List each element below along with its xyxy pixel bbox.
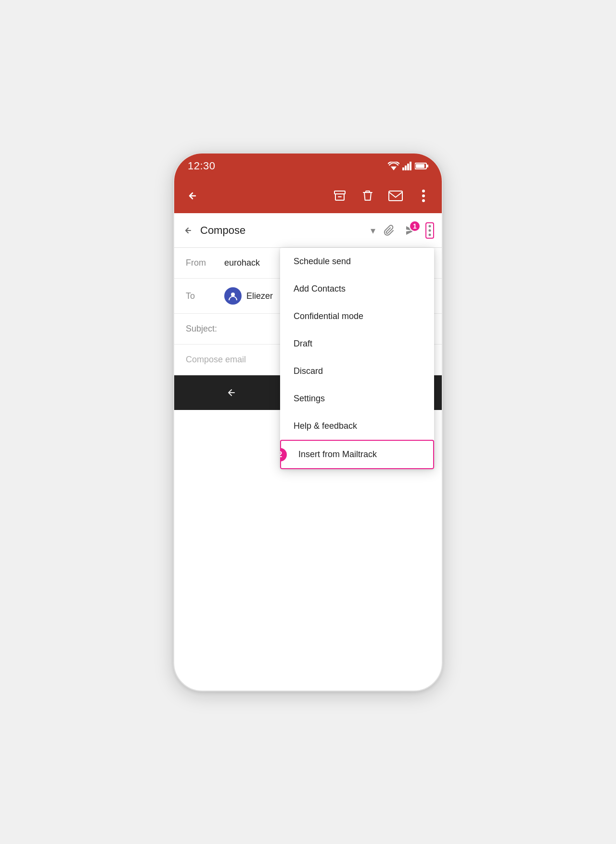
wifi-icon	[388, 162, 399, 170]
compose-dropdown-button[interactable]: ▾	[371, 225, 375, 236]
top-more-button[interactable]	[415, 187, 432, 205]
compose-email-placeholder: Compose email	[186, 355, 246, 365]
subject-label: Subject:	[186, 324, 224, 334]
compose-title: Compose	[200, 224, 369, 237]
menu-item-settings[interactable]: Settings	[280, 385, 434, 412]
more-options-button[interactable]	[425, 222, 434, 239]
compose-back-button[interactable]	[182, 224, 194, 237]
dropdown-menu: Schedule send Add Contacts Confidential …	[280, 248, 434, 469]
svg-point-11	[422, 194, 425, 197]
top-action-bar	[174, 179, 442, 213]
back-button[interactable]	[184, 187, 201, 205]
svg-point-12	[422, 199, 425, 202]
delete-button[interactable]	[359, 187, 376, 205]
menu-item-confidential-mode[interactable]: Confidential mode	[280, 303, 434, 330]
compose-header: Compose ▾ 1	[174, 213, 442, 248]
to-contact-name: Eliezer	[246, 291, 273, 301]
svg-point-14	[429, 229, 431, 231]
svg-rect-7	[427, 165, 428, 167]
menu-item-help-feedback[interactable]: Help & feedback	[280, 412, 434, 440]
from-value: eurohack	[224, 258, 260, 268]
menu-item-schedule-send[interactable]: Schedule send	[280, 248, 434, 275]
svg-point-15	[429, 233, 431, 236]
menu-item-discard[interactable]: Discard	[280, 358, 434, 385]
send-button[interactable]: 1	[404, 224, 417, 237]
contact-avatar	[224, 287, 242, 305]
svg-rect-6	[416, 164, 424, 168]
battery-icon	[415, 162, 428, 170]
svg-marker-0	[391, 166, 397, 170]
to-label: To	[186, 291, 224, 301]
attachment-button[interactable]	[383, 224, 396, 237]
menu-badge-2: 2	[280, 448, 287, 461]
svg-rect-3	[407, 164, 409, 170]
status-time: 12:30	[188, 160, 216, 172]
svg-rect-1	[402, 167, 404, 170]
nav-back-button[interactable]	[221, 382, 242, 403]
svg-point-13	[429, 225, 431, 227]
top-bar-left	[184, 187, 201, 205]
phone-frame: 12:30	[173, 153, 443, 691]
mail-button[interactable]	[387, 187, 404, 205]
menu-item-draft[interactable]: Draft	[280, 330, 434, 358]
svg-rect-4	[410, 162, 411, 170]
send-badge: 1	[409, 220, 421, 232]
signal-icon	[402, 162, 412, 170]
from-label: From	[186, 258, 224, 268]
svg-rect-2	[405, 166, 407, 170]
menu-item-insert-mailtrack[interactable]: 2 Insert from Mailtrack	[280, 440, 434, 469]
svg-point-16	[231, 293, 235, 296]
menu-item-add-contacts[interactable]: Add Contacts	[280, 275, 434, 303]
status-bar: 12:30	[174, 153, 442, 179]
compose-actions: 1	[383, 222, 434, 239]
top-bar-right	[331, 187, 432, 205]
archive-button[interactable]	[331, 187, 348, 205]
svg-rect-9	[389, 191, 402, 201]
svg-rect-8	[334, 191, 345, 194]
status-icons	[388, 162, 428, 170]
svg-point-10	[422, 190, 425, 192]
